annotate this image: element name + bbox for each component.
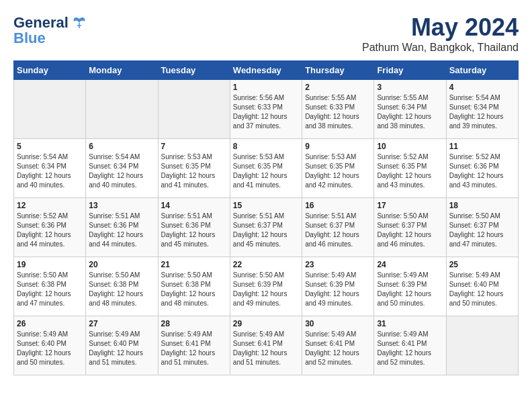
sunset-text: Sunset: 6:35 PM — [161, 163, 211, 170]
day-number: 21 — [161, 260, 227, 269]
daylight-text: Daylight: 12 hours and 51 minutes. — [233, 349, 287, 366]
sunset-text: Sunset: 6:39 PM — [305, 281, 355, 288]
daylight-text: Daylight: 12 hours and 38 minutes. — [377, 113, 431, 130]
header-friday: Friday — [374, 61, 446, 80]
day-number: 14 — [161, 201, 227, 210]
sunset-text: Sunset: 6:33 PM — [305, 103, 355, 111]
day-info: Sunrise: 5:50 AM Sunset: 6:38 PM Dayligh… — [161, 271, 227, 308]
sunrise-text: Sunrise: 5:54 AM — [17, 153, 68, 161]
sunset-text: Sunset: 6:40 PM — [89, 340, 138, 347]
day-number: 27 — [89, 319, 154, 328]
daylight-text: Daylight: 12 hours and 46 minutes. — [377, 231, 431, 248]
sunset-text: Sunset: 6:38 PM — [17, 281, 66, 288]
day-info: Sunrise: 5:49 AM Sunset: 6:40 PM Dayligh… — [17, 330, 83, 367]
calendar-cell: 10 Sunrise: 5:52 AM Sunset: 6:35 PM Dayl… — [374, 139, 446, 198]
calendar-week-3: 12 Sunrise: 5:52 AM Sunset: 6:36 PM Dayl… — [14, 198, 519, 257]
day-info: Sunrise: 5:53 AM Sunset: 6:35 PM Dayligh… — [233, 152, 299, 190]
calendar-cell: 12 Sunrise: 5:52 AM Sunset: 6:36 PM Dayl… — [14, 198, 86, 257]
calendar-cell: 1 Sunrise: 5:56 AM Sunset: 6:33 PM Dayli… — [230, 80, 302, 139]
sunrise-text: Sunrise: 5:52 AM — [449, 153, 500, 161]
day-number: 23 — [305, 260, 371, 269]
sunrise-text: Sunrise: 5:49 AM — [449, 271, 500, 279]
day-number: 29 — [233, 319, 299, 328]
day-info: Sunrise: 5:53 AM Sunset: 6:35 PM Dayligh… — [161, 152, 227, 190]
calendar-cell: 7 Sunrise: 5:53 AM Sunset: 6:35 PM Dayli… — [158, 139, 230, 198]
day-info: Sunrise: 5:49 AM Sunset: 6:39 PM Dayligh… — [305, 271, 371, 308]
sunset-text: Sunset: 6:37 PM — [305, 222, 355, 229]
day-info: Sunrise: 5:49 AM Sunset: 6:40 PM Dayligh… — [89, 330, 154, 367]
day-info: Sunrise: 5:51 AM Sunset: 6:37 PM Dayligh… — [233, 212, 299, 249]
day-info: Sunrise: 5:52 AM Sunset: 6:36 PM Dayligh… — [17, 212, 83, 249]
sunrise-text: Sunrise: 5:51 AM — [161, 212, 212, 220]
day-number: 9 — [305, 142, 371, 151]
calendar-cell: 23 Sunrise: 5:49 AM Sunset: 6:39 PM Dayl… — [302, 257, 374, 316]
day-number: 3 — [377, 83, 443, 92]
day-number: 19 — [17, 260, 83, 269]
daylight-text: Daylight: 12 hours and 49 minutes. — [305, 290, 359, 307]
sunset-text: Sunset: 6:36 PM — [17, 222, 66, 229]
header-wednesday: Wednesday — [230, 61, 302, 80]
day-number: 1 — [233, 83, 299, 92]
day-number: 8 — [233, 142, 299, 151]
calendar-week-5: 26 Sunrise: 5:49 AM Sunset: 6:40 PM Dayl… — [14, 316, 519, 375]
sunrise-text: Sunrise: 5:53 AM — [233, 153, 284, 161]
day-number: 11 — [449, 142, 515, 151]
sunrise-text: Sunrise: 5:50 AM — [377, 212, 428, 220]
daylight-text: Daylight: 12 hours and 38 minutes. — [305, 113, 359, 130]
header-monday: Monday — [86, 61, 158, 80]
calendar-cell: 25 Sunrise: 5:49 AM Sunset: 6:40 PM Dayl… — [446, 257, 518, 316]
sunset-text: Sunset: 6:40 PM — [17, 340, 66, 347]
day-number: 18 — [449, 201, 515, 210]
calendar-cell: 27 Sunrise: 5:49 AM Sunset: 6:40 PM Dayl… — [86, 316, 158, 375]
calendar-cell: 13 Sunrise: 5:51 AM Sunset: 6:36 PM Dayl… — [86, 198, 158, 257]
calendar-cell: 21 Sunrise: 5:50 AM Sunset: 6:38 PM Dayl… — [158, 257, 230, 316]
sunrise-text: Sunrise: 5:50 AM — [233, 271, 284, 279]
daylight-text: Daylight: 12 hours and 51 minutes. — [89, 349, 143, 366]
day-number: 15 — [233, 201, 299, 210]
calendar-cell — [14, 80, 86, 139]
day-info: Sunrise: 5:49 AM Sunset: 6:41 PM Dayligh… — [161, 330, 227, 367]
sunset-text: Sunset: 6:35 PM — [305, 163, 355, 170]
daylight-text: Daylight: 12 hours and 49 minutes. — [233, 290, 287, 307]
sunset-text: Sunset: 6:39 PM — [233, 281, 283, 288]
day-number: 26 — [17, 319, 83, 328]
sunrise-text: Sunrise: 5:55 AM — [305, 94, 356, 101]
sunset-text: Sunset: 6:41 PM — [233, 340, 283, 347]
header-thursday: Thursday — [302, 61, 374, 80]
day-info: Sunrise: 5:50 AM Sunset: 6:37 PM Dayligh… — [449, 212, 515, 249]
header-tuesday: Tuesday — [158, 61, 230, 80]
daylight-text: Daylight: 12 hours and 41 minutes. — [233, 172, 287, 189]
daylight-text: Daylight: 12 hours and 47 minutes. — [449, 231, 504, 248]
title-section: May 2024 Pathum Wan, Bangkok, Thailand — [362, 13, 519, 54]
daylight-text: Daylight: 12 hours and 51 minutes. — [161, 349, 216, 366]
sunrise-text: Sunrise: 5:53 AM — [161, 153, 212, 161]
day-info: Sunrise: 5:49 AM Sunset: 6:40 PM Dayligh… — [449, 271, 515, 308]
sunrise-text: Sunrise: 5:49 AM — [305, 330, 356, 338]
calendar-cell — [86, 80, 158, 139]
month-title: May 2024 — [362, 13, 519, 42]
calendar-cell: 31 Sunrise: 5:49 AM Sunset: 6:41 PM Dayl… — [374, 316, 446, 375]
sunset-text: Sunset: 6:34 PM — [89, 163, 138, 170]
daylight-text: Daylight: 12 hours and 52 minutes. — [305, 349, 359, 366]
day-info: Sunrise: 5:56 AM Sunset: 6:33 PM Dayligh… — [233, 93, 299, 131]
sunset-text: Sunset: 6:34 PM — [377, 103, 427, 111]
sunrise-text: Sunrise: 5:50 AM — [161, 271, 212, 279]
day-info: Sunrise: 5:49 AM Sunset: 6:41 PM Dayligh… — [305, 330, 371, 367]
daylight-text: Daylight: 12 hours and 48 minutes. — [89, 290, 143, 307]
day-number: 13 — [89, 201, 154, 210]
day-info: Sunrise: 5:51 AM Sunset: 6:36 PM Dayligh… — [161, 212, 227, 249]
daylight-text: Daylight: 12 hours and 50 minutes. — [377, 290, 431, 307]
location-title: Pathum Wan, Bangkok, Thailand — [362, 42, 519, 54]
sunrise-text: Sunrise: 5:54 AM — [89, 153, 140, 161]
day-info: Sunrise: 5:54 AM Sunset: 6:34 PM Dayligh… — [449, 93, 515, 131]
sunrise-text: Sunrise: 5:51 AM — [89, 212, 140, 220]
daylight-text: Daylight: 12 hours and 44 minutes. — [89, 231, 143, 248]
calendar-cell: 26 Sunrise: 5:49 AM Sunset: 6:40 PM Dayl… — [14, 316, 86, 375]
day-number: 30 — [305, 319, 371, 328]
day-info: Sunrise: 5:53 AM Sunset: 6:35 PM Dayligh… — [305, 152, 371, 190]
sunrise-text: Sunrise: 5:53 AM — [305, 153, 356, 161]
day-info: Sunrise: 5:50 AM Sunset: 6:37 PM Dayligh… — [377, 212, 443, 249]
calendar-cell — [158, 80, 230, 139]
day-number: 17 — [377, 201, 443, 210]
day-number: 16 — [305, 201, 371, 210]
